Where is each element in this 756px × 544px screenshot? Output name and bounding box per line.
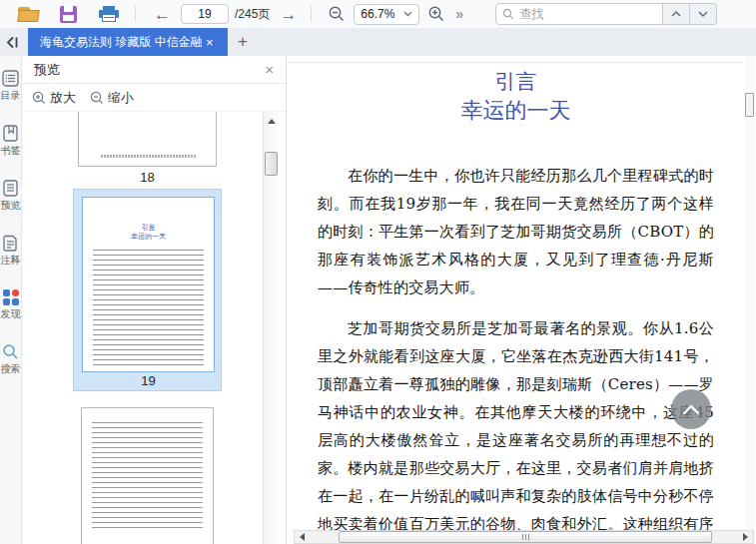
scrollbar-thumb[interactable] (265, 152, 278, 176)
sidebar-item-search[interactable]: 搜索 (0, 343, 22, 374)
preview-panel-header: 预览 × (22, 56, 286, 84)
scrollbar-thumb[interactable] (339, 531, 712, 543)
open-file-button[interactable] (0, 2, 39, 26)
thumbnail-label: 19 (79, 373, 218, 388)
scroll-left-arrow[interactable] (295, 531, 310, 543)
forward-arrow-icon: → (280, 6, 297, 23)
tab-bar: 海龟交易法则 珍藏版 中信金融 × + (0, 28, 756, 56)
chapter-title: 引言 幸运的一天 (318, 68, 714, 126)
find-bar (495, 3, 717, 25)
new-tab-button[interactable]: + (228, 28, 258, 56)
zoom-out-icon (328, 5, 346, 23)
pdf-page-19: 引言 幸运的一天 在你的一生中，你也许只能经历那么几个里程碑式的时刻。而在我19… (288, 56, 742, 544)
thumbnail-scrollbar[interactable] (263, 112, 279, 544)
thumbnail-page-20[interactable] (81, 407, 214, 544)
pdf-reader-window: ← /245页 → 66.7% (0, 0, 756, 544)
next-page-button[interactable]: → (280, 2, 297, 26)
panel-close-icon[interactable]: × (265, 61, 274, 78)
scroll-up-arrow[interactable] (265, 114, 278, 128)
previous-page-button[interactable]: ← (154, 2, 171, 26)
sidebar-item-label: 目录 (0, 90, 22, 101)
zoom-in-icon (427, 5, 445, 23)
navigation-rail: 目录 书签 预览 注 (0, 56, 22, 544)
zoom-level-select[interactable]: 66.7% (354, 4, 419, 25)
paragraph: 在你的一生中，你也许只能经历那么几个里程碑式的时刻。而在我19岁那一年，我在同一… (318, 162, 714, 301)
sidebar-item-label: 搜索 (0, 363, 22, 374)
more-tools-button[interactable]: » (445, 2, 473, 26)
print-icon (99, 6, 119, 23)
collapse-tabs-button[interactable] (0, 28, 24, 56)
sidebar-item-label: 注释 (0, 255, 22, 266)
document-tab-active[interactable]: 海龟交易法则 珍藏版 中信金融 × (28, 28, 228, 56)
zoom-in-button[interactable] (427, 2, 445, 26)
chapter-title-line2: 幸运的一天 (318, 96, 714, 126)
zoom-in-label: 放大 (50, 89, 76, 107)
thumbnail-label: 18 (78, 170, 217, 185)
main-toolbar: ← /245页 → 66.7% (0, 0, 756, 28)
page-number-input[interactable] (181, 4, 229, 24)
mini-page-text-lines (92, 422, 203, 532)
document-vertical-scrollbar[interactable] (745, 56, 755, 530)
zoom-in-circle-icon (32, 91, 46, 105)
find-next-button[interactable] (690, 3, 717, 25)
chevron-up-icon (682, 404, 700, 415)
plus-icon: + (238, 32, 248, 52)
sidebar-item-bookmarks[interactable]: 书签 (0, 125, 22, 156)
save-button[interactable] (39, 2, 77, 26)
thumbnail-page-19-selected[interactable]: 引言 幸运的一天 19 (73, 189, 222, 391)
thumbnail-zoom-tools: 放大 缩小 (22, 84, 286, 112)
thumbnail-page-19[interactable]: 引言 幸运的一天 (82, 197, 215, 372)
find-previous-button[interactable] (663, 3, 690, 25)
double-chevron-icon: » (455, 6, 463, 22)
sidebar-item-toc[interactable]: 目录 (0, 70, 22, 101)
thumbnail-footer-text (101, 155, 196, 158)
thumbnail-zoom-out-button[interactable]: 缩小 (90, 89, 134, 107)
thumbnail-zoom-in-button[interactable]: 放大 (32, 89, 76, 107)
zoom-out-button[interactable] (328, 2, 346, 26)
sidebar-item-annotations[interactable]: 注释 (0, 235, 22, 266)
mini-page-text-lines (93, 250, 204, 369)
chapter-title-line1: 引言 (318, 68, 714, 96)
discover-icon (3, 289, 19, 305)
scrollbar-thumb[interactable] (745, 93, 754, 117)
zoom-out-circle-icon (90, 91, 104, 105)
scroll-right-arrow[interactable] (738, 531, 753, 543)
chevron-up-icon (671, 11, 681, 17)
chevron-down-icon (403, 11, 412, 17)
sidebar-item-preview[interactable]: 预览 (0, 180, 22, 211)
annotation-icon (2, 235, 19, 252)
search-box[interactable] (495, 3, 663, 25)
page-total-label: /245页 (235, 6, 270, 23)
preview-panel: 预览 × 放大 缩小 (22, 56, 287, 544)
open-folder-icon (18, 7, 39, 22)
search-icon (502, 8, 514, 20)
mini-page-title: 引言 幸运的一天 (83, 224, 214, 242)
zoom-out-label: 缩小 (108, 89, 134, 107)
panel-title: 预览 (34, 61, 60, 79)
back-to-top-button[interactable] (671, 389, 711, 429)
tab-title: 海龟交易法则 珍藏版 中信金融 (40, 34, 202, 51)
sidebar-item-discover[interactable]: 发现 (0, 289, 22, 319)
thumbnail-list: 18 引言 幸运的一天 19 (22, 112, 286, 544)
search-icon (2, 343, 19, 360)
preview-icon (2, 180, 19, 197)
back-arrow-icon: ← (154, 6, 171, 23)
sidebar-item-label: 预览 (0, 200, 22, 211)
thumbnail-page-18[interactable] (78, 112, 217, 167)
toc-icon (2, 70, 19, 87)
save-icon (60, 6, 77, 23)
print-button[interactable] (77, 2, 119, 26)
document-horizontal-scrollbar[interactable] (294, 530, 754, 544)
chevron-down-icon (698, 11, 708, 17)
toolbar-divider (135, 6, 136, 22)
sidebar-item-label: 书签 (0, 145, 22, 156)
tab-close-icon[interactable]: × (206, 35, 214, 50)
toolbar-divider (311, 6, 312, 22)
page-body-text: 在你的一生中，你也许只能经历那么几个里程碑式的时刻。而在我19岁那一年，我在同一… (318, 162, 714, 544)
zoom-level-value: 66.7% (361, 7, 394, 21)
document-view: 引言 幸运的一天 在你的一生中，你也许只能经历那么几个里程碑式的时刻。而在我19… (288, 56, 756, 544)
sidebar-item-label: 发现 (0, 308, 22, 319)
search-input[interactable] (519, 7, 649, 21)
bookmark-icon (2, 125, 19, 142)
paragraph: 芝加哥期货交易所是芝加哥最著名的景观。你从1.6公里之外就能看到这座大厦，它坐落… (318, 314, 714, 544)
